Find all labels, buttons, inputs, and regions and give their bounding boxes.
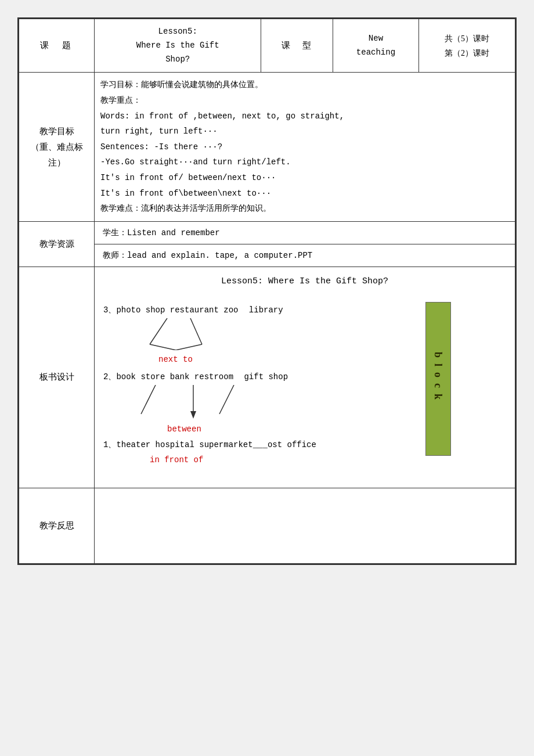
reflection-label-cell: 教学反思 — [19, 488, 95, 563]
obj-line1: 学习目标：能够听懂会说建筑物的具体位置。 — [100, 77, 509, 93]
new-teaching-cell: New teaching — [333, 19, 418, 73]
obj-line8: It's in front of\between\next to··· — [100, 186, 509, 201]
next-to-label: next to — [158, 351, 193, 368]
obj-line5: Sentences: -Is there ···? — [100, 139, 509, 155]
reflection-row: 教学反思 — [19, 488, 515, 563]
obj-line3: Words: in front of ,between, next to, go… — [100, 109, 509, 124]
svg-line-1 — [190, 318, 202, 344]
row1-items: 1、theater hospital supermarket___ost off… — [103, 440, 316, 449]
obj-line9: 教学难点：流利的表达并活学活用所学的知识。 — [100, 201, 509, 217]
reflection-content — [95, 488, 515, 563]
board-content-cell: Lesson5: Where Is the Gift Shop? 3、photo… — [95, 267, 515, 488]
page: 课 题 Lesson5: Where Is the Gift Shop? 课 型… — [17, 17, 517, 565]
header-row: 课 题 Lesson5: Where Is the Gift Shop? 课 型… — [19, 19, 515, 73]
resources-row: 教学资源 学生：Listen and remember 教师：lead and … — [19, 221, 515, 267]
row2-gift: gift shop — [244, 372, 288, 381]
row3-library: library — [249, 305, 283, 315]
teacher-resources: 教师：lead and explain. tape, a computer.PP… — [103, 251, 312, 260]
objectives-content: 学习目标：能够听懂会说建筑物的具体位置。 教学重点： Words: in fro… — [95, 73, 515, 221]
block-bar: block — [425, 302, 451, 456]
block-text: block — [428, 352, 449, 405]
between-label: between — [167, 421, 201, 437]
lesson-title: Lesson5: Where Is the Gift Shop? — [98, 25, 257, 66]
svg-marker-4 — [190, 411, 196, 419]
keti-label: 课 题 — [40, 41, 73, 50]
resources-content: 学生：Listen and remember 教师：lead and expla… — [95, 221, 515, 267]
board-label-cell: 板书设计 — [19, 267, 95, 488]
objectives-label-cell: 教学目标（重、难点标注） — [19, 73, 95, 221]
lesson-title-cell: Lesson5: Where Is the Gift Shop? — [95, 19, 261, 73]
svg-line-5 — [219, 385, 234, 414]
hours-cell: 共（5）课时 第（2）课时 — [418, 19, 515, 73]
arrows-svg-row3 — [138, 318, 231, 350]
arrows-svg-row2 — [138, 385, 254, 420]
student-resources: 学生：Listen and remember — [103, 228, 220, 237]
in-front-of-label: in front of — [150, 452, 203, 468]
obj-line7: It's in front of/ between/next to··· — [100, 170, 509, 186]
objectives-row: 教学目标（重、难点标注） 学习目标：能够听懂会说建筑物的具体位置。 教学重点： … — [19, 73, 515, 221]
row2-items: 2、book store bank restroom — [103, 372, 233, 381]
keti-cell: 课 题 — [19, 19, 95, 73]
row3-arrows — [138, 318, 231, 356]
board-title: Lesson5: Where Is the Gift Shop? — [103, 273, 506, 290]
new-teaching: New teaching — [337, 32, 415, 60]
svg-line-0 — [150, 318, 167, 344]
total-hours: 共（5）课时 第（2）课时 — [423, 31, 511, 60]
obj-line2: 教学重点： — [100, 93, 509, 109]
row3-label: 3、photo shop restaurant zoo — [103, 305, 238, 315]
obj-line4: turn right, turn left··· — [100, 124, 509, 139]
obj-line6: -Yes.Go straight···and turn right/left. — [100, 154, 509, 170]
board-row: 板书设计 Lesson5: Where Is the Gift Shop? 3、… — [19, 267, 515, 488]
svg-line-2 — [141, 385, 156, 414]
ketype-cell: 课 型 — [261, 19, 333, 73]
row2-arrows — [138, 385, 254, 426]
board-diagram-container: Lesson5: Where Is the Gift Shop? 3、photo… — [95, 267, 515, 488]
resources-label-cell: 教学资源 — [19, 221, 95, 267]
